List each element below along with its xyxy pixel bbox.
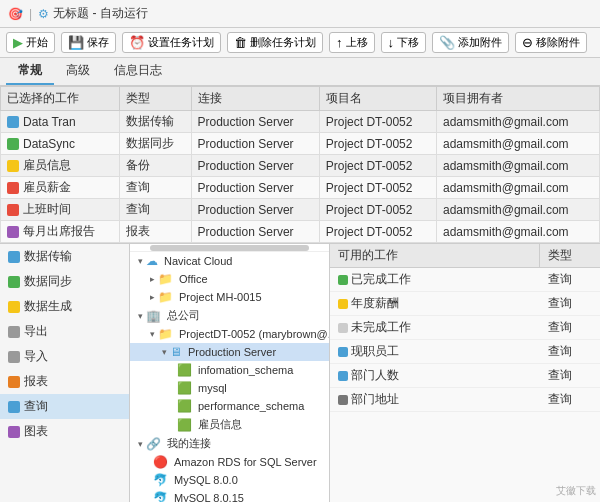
left-item-report[interactable]: 报表	[0, 369, 129, 394]
tab-normal[interactable]: 常规	[6, 58, 54, 85]
tree-node[interactable]: ▾ 📁ProjectDT-0052 (marybrown@...	[130, 325, 329, 343]
chevron-icon: ▾	[138, 311, 143, 321]
table-row[interactable]: DataSync 数据同步 Production Server Project …	[1, 133, 600, 155]
right-work-label: 年度薪酬	[330, 292, 540, 315]
chevron-icon: ▾	[162, 347, 167, 357]
delete-schedule-button[interactable]: 🗑 删除任务计划	[227, 32, 323, 53]
tree-node-icon: 📁	[158, 290, 173, 304]
tree-node-icon: 🏢	[146, 309, 161, 323]
save-icon: 💾	[68, 35, 84, 50]
task-project: Project DT-0052	[319, 221, 436, 243]
chevron-icon: ▸	[150, 292, 155, 302]
right-panel-row[interactable]: 部门人数 查询	[330, 364, 600, 388]
table-row[interactable]: Data Tran 数据传输 Production Server Project…	[1, 111, 600, 133]
table-row[interactable]: 上班时间 查询 Production Server Project DT-005…	[1, 199, 600, 221]
left-item-data-sync[interactable]: 数据同步	[0, 269, 129, 294]
right-panel-row[interactable]: 现职员工 查询	[330, 340, 600, 364]
task-project: Project DT-0052	[319, 155, 436, 177]
task-server: Production Server	[191, 111, 319, 133]
task-project: Project DT-0052	[319, 199, 436, 221]
export-icon	[8, 326, 20, 338]
task-server: Production Server	[191, 221, 319, 243]
task-project: Project DT-0052	[319, 111, 436, 133]
save-button[interactable]: 💾 保存	[61, 32, 116, 53]
tree-node-icon: 🟩	[177, 399, 192, 413]
toolbar: ▶ 开始 💾 保存 ⏰ 设置任务计划 🗑 删除任务计划 ↑ 上移 ↓ 下移 📎 …	[0, 28, 600, 58]
move-up-button[interactable]: ↑ 上移	[329, 32, 375, 53]
delete-schedule-icon: 🗑	[234, 35, 247, 50]
right-work-icon	[338, 299, 348, 309]
tree-node[interactable]: ▾ 🖥Production Server	[130, 343, 329, 361]
task-type: 数据传输	[119, 111, 191, 133]
left-item-query[interactable]: 查询	[0, 394, 129, 419]
task-type: 查询	[119, 177, 191, 199]
tree-node-label: 雇员信息	[198, 417, 242, 432]
add-attachment-button[interactable]: 📎 添加附件	[432, 32, 509, 53]
left-item-export[interactable]: 导出	[0, 319, 129, 344]
left-item-import[interactable]: 导入	[0, 344, 129, 369]
task-type: 数据同步	[119, 133, 191, 155]
chevron-icon: ▾	[138, 439, 143, 449]
task-project: Project DT-0052	[319, 177, 436, 199]
right-work-icon	[338, 275, 348, 285]
task-server: Production Server	[191, 177, 319, 199]
tree-node[interactable]: ▾ ☁Navicat Cloud	[130, 252, 329, 270]
left-item-data-transfer[interactable]: 数据传输	[0, 244, 129, 269]
remove-attachment-button[interactable]: ⊖ 移除附件	[515, 32, 587, 53]
set-schedule-icon: ⏰	[129, 35, 145, 50]
right-panel: 可用的工作 类型 已完成工作 查询 年度薪酬 查询 未完成工作 查询	[330, 244, 600, 502]
task-owner: adamsmith@gmail.com	[437, 133, 600, 155]
remove-attachment-label: 移除附件	[536, 35, 580, 50]
tree-node[interactable]: 🐬MySQL 8.0.0	[130, 471, 329, 489]
tree-node-label: MySQL 8.0.15	[174, 492, 244, 502]
task-type: 查询	[119, 199, 191, 221]
tree-node[interactable]: ▸ 📁Project MH-0015	[130, 288, 329, 306]
right-panel-row[interactable]: 部门地址 查询	[330, 388, 600, 412]
table-row[interactable]: 雇员薪金 查询 Production Server Project DT-005…	[1, 177, 600, 199]
tree-node[interactable]: 🟩performance_schema	[130, 397, 329, 415]
right-col-work: 可用的工作	[330, 244, 540, 267]
tab-advanced[interactable]: 高级	[54, 58, 102, 85]
import-icon	[8, 351, 20, 363]
tree-node[interactable]: 🐬MySQL 8.0.15	[130, 489, 329, 502]
tree-node[interactable]: 🟩雇员信息	[130, 415, 329, 434]
tree-node[interactable]: ▸ 📁Office	[130, 270, 329, 288]
tree-node[interactable]: 🟩mysql	[130, 379, 329, 397]
left-item-chart[interactable]: 图表	[0, 419, 129, 444]
tree-node-icon: 📁	[158, 327, 173, 341]
query-icon	[8, 401, 20, 413]
start-button[interactable]: ▶ 开始	[6, 32, 55, 53]
col-header-project: 项目名	[319, 87, 436, 111]
title-icon: 🎯	[8, 7, 23, 21]
right-panel-row[interactable]: 年度薪酬 查询	[330, 292, 600, 316]
task-name: 雇员信息	[1, 155, 120, 177]
save-label: 保存	[87, 35, 109, 50]
left-item-data-gen[interactable]: 数据生成	[0, 294, 129, 319]
table-row[interactable]: 每月出席报告 报表 Production Server Project DT-0…	[1, 221, 600, 243]
task-name: DataSync	[1, 133, 120, 155]
tree-node[interactable]: 🔴Amazon RDS for SQL Server	[130, 453, 329, 471]
task-owner: adamsmith@gmail.com	[437, 177, 600, 199]
right-type-label: 查询	[540, 340, 600, 363]
move-down-button[interactable]: ↓ 下移	[381, 32, 427, 53]
right-panel-header: 可用的工作 类型	[330, 244, 600, 268]
move-up-label: 上移	[346, 35, 368, 50]
right-panel-row[interactable]: 已完成工作 查询	[330, 268, 600, 292]
right-panel-row[interactable]: 未完成工作 查询	[330, 316, 600, 340]
task-name: 每月出席报告	[1, 221, 120, 243]
right-work-label: 部门人数	[330, 364, 540, 387]
tree-node[interactable]: ▾ 🏢总公司	[130, 306, 329, 325]
tree-node[interactable]: ▾ 🔗我的连接	[130, 434, 329, 453]
table-row[interactable]: 雇员信息 备份 Production Server Project DT-005…	[1, 155, 600, 177]
right-work-label: 已完成工作	[330, 268, 540, 291]
tree-panel: ▾ ☁Navicat Cloud▸ 📁Office▸ 📁Project MH-0…	[130, 244, 330, 502]
tree-node[interactable]: 🟩infomation_schema	[130, 361, 329, 379]
tree-node-label: 我的连接	[167, 436, 211, 451]
right-work-label: 部门地址	[330, 388, 540, 411]
right-type-label: 查询	[540, 316, 600, 339]
tree-node-label: infomation_schema	[198, 364, 293, 376]
right-type-label: 查询	[540, 292, 600, 315]
set-schedule-button[interactable]: ⏰ 设置任务计划	[122, 32, 221, 53]
tab-log[interactable]: 信息日志	[102, 58, 174, 85]
tree-node-label: Office	[179, 273, 208, 285]
